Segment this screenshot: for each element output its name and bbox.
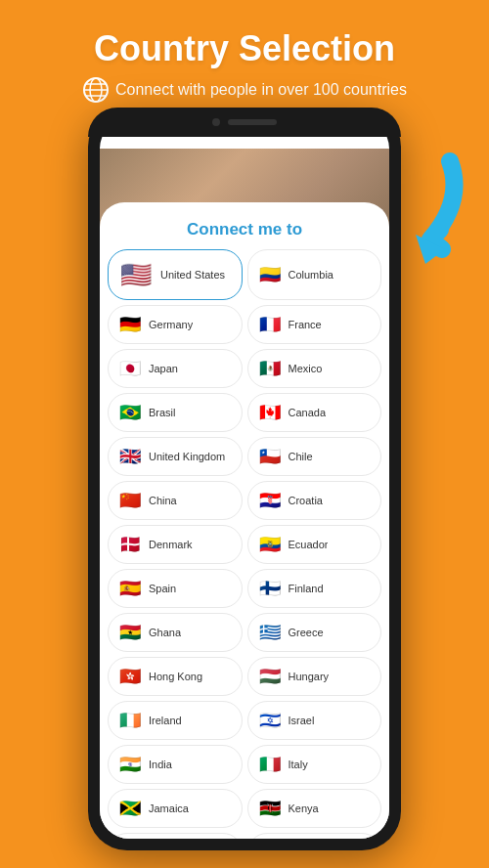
country-item-right[interactable]: 🏳️... xyxy=(247,833,382,839)
country-name: Columbia xyxy=(289,269,333,281)
country-item-left[interactable]: 🇭🇰Hong Kong xyxy=(108,657,243,696)
country-grid: 🇺🇸United States🇨🇴Columbia🇩🇪Germany🇫🇷Fran… xyxy=(100,249,389,839)
header-subtitle: Connect with people in over 100 countrie… xyxy=(115,81,407,99)
country-flag: 🇨🇦 xyxy=(256,399,284,426)
country-flag: 🇭🇷 xyxy=(256,487,284,514)
country-name: Chile xyxy=(289,451,313,462)
phone-outer: Connect me to 🇺🇸United States🇨🇴Columbia🇩… xyxy=(88,108,401,850)
country-flag: 🇯🇵 xyxy=(116,355,144,382)
country-name: Croatia xyxy=(289,495,323,506)
country-name: Spain xyxy=(149,583,176,594)
country-name: China xyxy=(149,495,177,506)
country-flag: 🇮🇳 xyxy=(116,751,144,778)
country-item-left[interactable]: 🇩🇰Denmark xyxy=(108,525,243,564)
country-name: Hong Kong xyxy=(149,671,202,682)
country-flag: 🇭🇰 xyxy=(116,663,144,690)
speaker-bar xyxy=(228,119,277,125)
country-item-right[interactable]: 🇰🇪Kenya xyxy=(247,789,382,828)
country-name: United Kingdom xyxy=(149,451,225,462)
phone-top-bar xyxy=(88,108,401,137)
country-flag: 🇬🇷 xyxy=(256,619,284,646)
page-title: Country Selection xyxy=(20,29,469,68)
country-item-right[interactable]: 🇮🇱Israel xyxy=(247,701,382,740)
country-flag: 🇩🇰 xyxy=(116,531,144,558)
country-flag: 🇰🇪 xyxy=(256,795,284,822)
country-item-left[interactable]: 🇬🇧United Kingdom xyxy=(108,437,243,476)
country-item-right[interactable]: 🇭🇷Croatia xyxy=(247,481,382,520)
country-name: Ecuador xyxy=(289,539,329,550)
country-flag: 🇯🇲 xyxy=(116,795,144,822)
country-name: Canada xyxy=(289,407,327,418)
country-item-left[interactable]: 🇩🇪Germany xyxy=(108,305,243,344)
country-flag: 🇭🇺 xyxy=(256,663,284,690)
country-item-right[interactable]: 🇨🇴Columbia xyxy=(247,249,382,300)
country-flag: 🇩🇪 xyxy=(116,311,144,338)
country-flag: 🇬🇧 xyxy=(116,443,144,470)
country-item-left[interactable]: 🇰🇷K... xyxy=(108,833,243,839)
arrow-decoration xyxy=(372,152,469,269)
country-flag: 🇮🇱 xyxy=(256,707,284,734)
country-flag: 🇫🇮 xyxy=(256,575,284,602)
header-section: Country Selection Connect with people in… xyxy=(0,0,489,118)
country-name: Mexico xyxy=(289,363,323,374)
country-item-right[interactable]: 🇪🇨Ecuador xyxy=(247,525,382,564)
country-item-right[interactable]: 🇫🇷France xyxy=(247,305,382,344)
country-flag: 🇨🇳 xyxy=(116,487,144,514)
country-item-left[interactable]: 🇧🇷Brasil xyxy=(108,393,243,432)
phone-screen: Connect me to 🇺🇸United States🇨🇴Columbia🇩… xyxy=(100,119,389,839)
country-item-left[interactable]: 🇬🇭Ghana xyxy=(108,613,243,652)
country-item-right[interactable]: 🇨🇱Chile xyxy=(247,437,382,476)
country-name: United States xyxy=(160,269,225,281)
country-item-right[interactable]: 🇨🇦Canada xyxy=(247,393,382,432)
country-flag: 🇬🇭 xyxy=(116,619,144,646)
phone-content: Connect me to 🇺🇸United States🇨🇴Columbia🇩… xyxy=(100,149,389,839)
country-item-left[interactable]: 🇪🇸Spain xyxy=(108,569,243,608)
country-name: Greece xyxy=(289,627,324,638)
country-flag: 🇧🇷 xyxy=(116,399,144,426)
country-item-right[interactable]: 🇬🇷Greece xyxy=(247,613,382,652)
phone-device: Connect me to 🇺🇸United States🇨🇴Columbia🇩… xyxy=(88,108,401,850)
country-flag: 🇺🇸 xyxy=(116,255,156,294)
country-name: Italy xyxy=(289,759,308,770)
country-name: India xyxy=(149,759,172,770)
country-item-right[interactable]: 🇲🇽Mexico xyxy=(247,349,382,388)
country-name: Jamaica xyxy=(149,803,189,814)
country-name: Finland xyxy=(289,583,324,594)
country-flag: 🇨🇴 xyxy=(256,261,284,288)
country-flag: 🇮🇹 xyxy=(256,751,284,778)
country-flag: 🇪🇨 xyxy=(256,531,284,558)
country-item-left[interactable]: 🇮🇪Ireland xyxy=(108,701,243,740)
country-flag: 🇲🇽 xyxy=(256,355,284,382)
country-name: Denmark xyxy=(149,539,193,550)
country-list-container[interactable]: Connect me to 🇺🇸United States🇨🇴Columbia🇩… xyxy=(100,202,389,839)
country-item-left[interactable]: 🇯🇵Japan xyxy=(108,349,243,388)
country-item-right[interactable]: 🇮🇹Italy xyxy=(247,745,382,784)
country-name: Israel xyxy=(289,715,315,726)
country-flag: 🇫🇷 xyxy=(256,311,284,338)
globe-icon xyxy=(82,76,110,104)
country-flag: 🇨🇱 xyxy=(256,443,284,470)
country-item-right[interactable]: 🇭🇺Hungary xyxy=(247,657,382,696)
country-name: Germany xyxy=(149,319,193,330)
country-name: Japan xyxy=(149,363,178,374)
country-item-left[interactable]: 🇮🇳India xyxy=(108,745,243,784)
country-item-left[interactable]: 🇺🇸United States xyxy=(108,249,243,300)
country-name: Ghana xyxy=(149,627,181,638)
country-flag: 🇪🇸 xyxy=(116,575,144,602)
camera-dot xyxy=(212,118,220,126)
subtitle-row: Connect with people in over 100 countrie… xyxy=(20,76,469,104)
country-name: Hungary xyxy=(289,671,330,682)
country-name: Kenya xyxy=(289,803,319,814)
country-name: Ireland xyxy=(149,715,182,726)
country-flag: 🇮🇪 xyxy=(116,707,144,734)
country-name: Brasil xyxy=(149,407,176,418)
connect-title: Connect me to xyxy=(100,212,389,249)
country-item-right[interactable]: 🇫🇮Finland xyxy=(247,569,382,608)
country-name: France xyxy=(289,319,322,330)
country-item-left[interactable]: 🇯🇲Jamaica xyxy=(108,789,243,828)
country-item-left[interactable]: 🇨🇳China xyxy=(108,481,243,520)
